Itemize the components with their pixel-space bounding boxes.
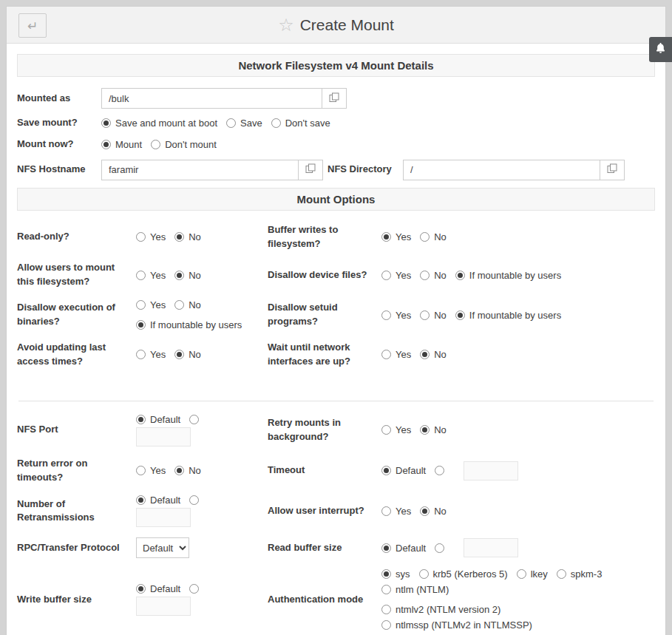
radio-option[interactable]: No	[420, 310, 447, 321]
radio-option[interactable]: If mountable by users	[455, 310, 561, 321]
radio-button[interactable]	[435, 543, 444, 553]
radio-option[interactable]: Default	[381, 465, 426, 476]
radio-option[interactable]: If mountable by users	[455, 270, 561, 281]
radio-button[interactable]	[271, 118, 281, 128]
radio-option[interactable]: No	[174, 465, 201, 476]
radio-option[interactable]: No	[420, 270, 447, 281]
radio-option[interactable]: sys	[381, 568, 410, 580]
radio-button[interactable]	[381, 605, 391, 614]
radio-button[interactable]	[136, 271, 146, 280]
radio-button[interactable]	[381, 506, 391, 516]
radio-option[interactable]: Don't mount	[151, 139, 217, 150]
favorite-star-icon[interactable]: ☆	[278, 16, 294, 34]
radio-option[interactable]: Yes	[136, 465, 166, 476]
rpc-protocol-select[interactable]: Default	[136, 537, 189, 558]
radio-button[interactable]	[136, 415, 146, 424]
radio-button[interactable]	[381, 350, 391, 359]
radio-button[interactable]	[420, 271, 430, 280]
radio-button[interactable]	[420, 425, 430, 435]
radio-button[interactable]	[557, 569, 566, 579]
radio-button[interactable]	[174, 300, 184, 310]
back-button[interactable]: ↵	[18, 13, 47, 38]
nfs-directory-input[interactable]	[403, 160, 600, 180]
radio-button[interactable]	[381, 569, 391, 579]
radio-option[interactable]: No	[420, 231, 447, 242]
radio-button[interactable]	[174, 232, 184, 242]
radio-option[interactable]: Default	[136, 495, 180, 506]
radio-button[interactable]	[435, 466, 444, 475]
radio-button[interactable]	[420, 232, 430, 242]
radio-option[interactable]: ntlm (NTLM)	[381, 584, 449, 595]
radio-option[interactable]: Yes	[381, 506, 411, 517]
mounted-as-input[interactable]	[101, 88, 322, 109]
radio-option[interactable]: spkm-3	[557, 568, 603, 580]
radio-button[interactable]	[101, 118, 111, 128]
nfs-directory-chooser-button[interactable]	[600, 160, 625, 180]
radio-option[interactable]: No	[420, 349, 447, 360]
radio-button[interactable]	[136, 300, 146, 310]
radio-option[interactable]: No	[174, 299, 201, 310]
radio-option[interactable]: Yes	[381, 424, 411, 435]
radio-option[interactable]: Yes	[136, 299, 166, 310]
nfs-hostname-input[interactable]	[101, 160, 299, 180]
radio-button[interactable]	[420, 506, 430, 516]
radio-button[interactable]	[151, 140, 160, 149]
radio-option[interactable]: No	[174, 349, 201, 360]
radio-option[interactable]: No	[420, 506, 447, 517]
radio-option[interactable]: Default	[381, 543, 426, 554]
radio-option[interactable]	[435, 543, 444, 553]
radio-button[interactable]	[136, 466, 146, 475]
radio-option[interactable]: Don't save	[271, 118, 330, 129]
radio-button[interactable]	[455, 271, 465, 280]
radio-button[interactable]	[381, 543, 391, 553]
radio-button[interactable]	[136, 232, 146, 242]
radio-option[interactable]: lkey	[517, 568, 548, 580]
radio-option[interactable]: Save	[226, 118, 262, 129]
radio-button[interactable]	[226, 118, 236, 128]
radio-option[interactable]: No	[174, 231, 201, 242]
radio-button[interactable]	[420, 350, 430, 359]
radio-button[interactable]	[381, 466, 391, 475]
radio-button[interactable]	[174, 271, 184, 280]
radio-button[interactable]	[136, 350, 146, 359]
radio-option[interactable]: No	[174, 270, 201, 281]
radio-button[interactable]	[136, 495, 146, 505]
radio-option[interactable]: Default	[136, 583, 180, 594]
radio-option[interactable]: ntmlv2 (NTLM version 2)	[381, 604, 500, 615]
radio-button[interactable]	[381, 310, 391, 320]
radio-button[interactable]	[420, 310, 430, 320]
radio-option[interactable]: Yes	[381, 270, 411, 281]
notifications-tab[interactable]	[649, 37, 672, 62]
radio-option[interactable]: Default	[136, 414, 180, 425]
radio-option[interactable]: krb5 (Kerberos 5)	[419, 568, 508, 580]
radio-option[interactable]: Yes	[136, 349, 166, 360]
radio-button[interactable]	[381, 585, 391, 594]
radio-option[interactable]: If mountable by users	[136, 319, 242, 330]
radio-button[interactable]	[517, 569, 526, 579]
mounted-as-chooser-button[interactable]	[322, 88, 347, 109]
radio-option[interactable]: Save and mount at boot	[101, 118, 217, 129]
radio-option[interactable]: Mount	[101, 139, 142, 150]
radio-option[interactable]: No	[420, 424, 447, 435]
radio-option[interactable]	[189, 415, 199, 424]
radio-button[interactable]	[189, 495, 199, 505]
radio-button[interactable]	[419, 569, 429, 579]
radio-button[interactable]	[174, 466, 184, 475]
radio-button[interactable]	[381, 620, 391, 630]
radio-button[interactable]	[381, 271, 391, 280]
radio-button[interactable]	[381, 232, 391, 242]
radio-button[interactable]	[455, 310, 465, 320]
radio-option[interactable]	[435, 466, 444, 475]
radio-option[interactable]: Yes	[136, 231, 166, 242]
radio-button[interactable]	[101, 140, 111, 149]
radio-button[interactable]	[136, 320, 146, 330]
radio-option[interactable]	[189, 584, 199, 594]
radio-button[interactable]	[136, 584, 146, 594]
radio-option[interactable]: Yes	[136, 270, 166, 281]
radio-button[interactable]	[189, 584, 199, 594]
radio-option[interactable]: ntlmssp (NTLMv2 in NTLMSSP)	[381, 619, 532, 631]
radio-option[interactable]	[189, 495, 199, 505]
radio-button[interactable]	[174, 350, 184, 359]
radio-button[interactable]	[381, 425, 391, 435]
radio-button[interactable]	[189, 415, 199, 424]
